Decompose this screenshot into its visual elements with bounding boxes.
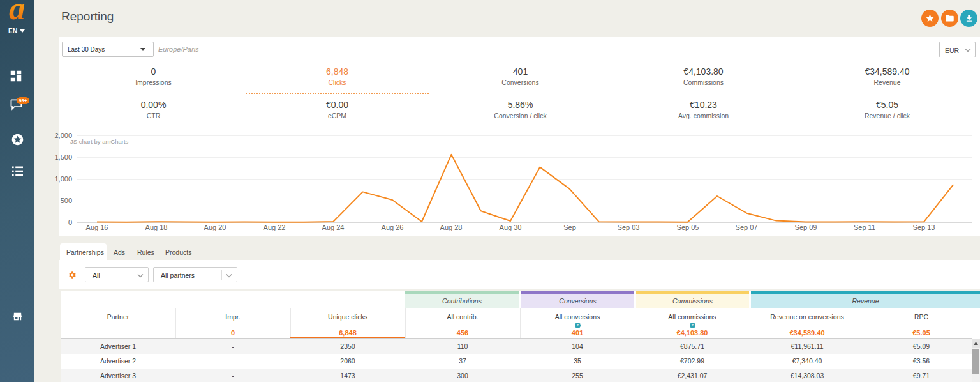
svg-text:?: ? [691,323,694,327]
svg-text:?: ? [576,323,579,327]
